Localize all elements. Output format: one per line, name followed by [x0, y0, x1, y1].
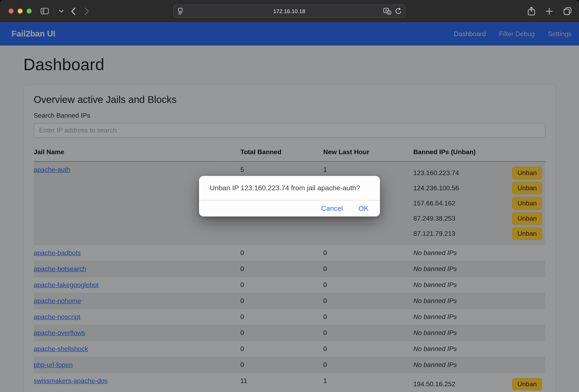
total-banned-value: 0	[240, 261, 323, 277]
banned-ip-address: 194.50.16.252	[413, 381, 455, 388]
banned-ip-row: 87.121.79.213 Unban	[413, 227, 542, 240]
address-bar[interactable]: 172.16.10.18 A文	[173, 4, 405, 18]
total-banned-value: 0	[240, 293, 323, 309]
banned-ip-row: 87.249.38.253 Unban	[413, 212, 542, 225]
banned-ip-address: 87.249.38.253	[413, 215, 455, 222]
banned-ips-cell: No banned IPs	[413, 261, 546, 277]
banned-ips-cell: No banned IPs	[413, 293, 546, 309]
navbar-links: Dashboard Filter Debug Settings	[454, 30, 572, 38]
banned-ips-cell: 123.160.223.74 Unban 124.236.100.56 Unba…	[413, 162, 546, 245]
banned-ips-cell: No banned IPs	[413, 277, 546, 293]
header-new-last-hour: New Last Hour	[323, 146, 413, 162]
total-banned-value: 11	[240, 373, 323, 392]
new-last-hour-value: 1	[323, 373, 413, 392]
banned-ip-row: 157.66.54.162 Unban	[413, 197, 542, 210]
total-banned-value: 0	[240, 309, 323, 325]
table-row: php-url-fopen 0 0 No banned IPs	[34, 357, 545, 373]
banned-ip-address: 87.121.79.213	[413, 230, 455, 237]
table-header-row: Jail Name Total Banned New Last Hour Ban…	[34, 146, 545, 162]
total-banned-value: 0	[240, 341, 323, 357]
banned-ip-address: 123.160.223.74	[413, 169, 459, 177]
nav-link-settings[interactable]: Settings	[548, 30, 572, 38]
translate-icon[interactable]: A文	[383, 7, 391, 14]
jail-name-link[interactable]: apache-noscript	[34, 313, 80, 320]
zoom-window-button[interactable]	[27, 9, 32, 13]
chevron-down-icon[interactable]	[59, 10, 64, 12]
no-banned-ips-text: No banned IPs	[413, 281, 457, 288]
nav-link-dashboard[interactable]: Dashboard	[454, 30, 486, 38]
share-icon[interactable]	[528, 6, 535, 16]
minimize-window-button[interactable]	[18, 9, 23, 13]
jails-overview-card: Overview active Jails and Blocks Search …	[23, 84, 556, 392]
search-input[interactable]	[34, 123, 545, 138]
no-banned-ips-text: No banned IPs	[413, 249, 457, 256]
toolbar-divider	[54, 7, 54, 15]
banned-ip-row: 123.160.223.74 Unban	[413, 167, 542, 179]
unban-button[interactable]: Unban	[512, 227, 542, 240]
banned-ips-cell: No banned IPs	[413, 245, 546, 261]
table-row: apache-nohome 0 0 No banned IPs	[34, 293, 545, 309]
unban-button[interactable]: Unban	[512, 197, 542, 210]
jail-name-link[interactable]: apache-botsearch	[34, 265, 86, 272]
confirm-dialog: Unban IP 123.160.223.74 from jail apache…	[199, 176, 380, 217]
banned-ips-cell: No banned IPs	[413, 309, 546, 325]
svg-text:文: 文	[388, 11, 390, 14]
unban-button[interactable]: Unban	[512, 167, 542, 179]
no-banned-ips-text: No banned IPs	[413, 329, 457, 336]
nav-link-filter-debug[interactable]: Filter Debug	[499, 30, 535, 38]
url-text[interactable]: 172.16.10.18	[174, 8, 405, 14]
no-banned-ips-text: No banned IPs	[413, 297, 457, 304]
unban-button[interactable]: Unban	[512, 212, 542, 225]
page-format-icon[interactable]	[178, 7, 183, 14]
jail-name-link[interactable]: apache-shellshock	[34, 345, 88, 352]
unban-button[interactable]: Unban	[512, 378, 542, 390]
banned-ip-row: 124.236.100.56 Unban	[413, 182, 542, 194]
new-last-hour-value: 0	[323, 293, 413, 309]
table-row: apache-fakegooglebot 0 0 No banned IPs	[34, 277, 545, 293]
jail-name-link[interactable]: apache-overflows	[34, 329, 85, 336]
jail-name-link[interactable]: php-url-fopen	[34, 361, 73, 368]
forward-button[interactable]	[84, 7, 89, 15]
page-content: Dashboard Overview active Jails and Bloc…	[0, 46, 579, 392]
page-title: Dashboard	[23, 55, 556, 74]
header-banned-ips: Banned IPs (Unban)	[413, 146, 546, 162]
tab-overview-icon[interactable]	[563, 7, 572, 15]
card-title: Overview active Jails and Blocks	[34, 94, 545, 105]
confirm-dialog-message: Unban IP 123.160.223.74 from jail apache…	[199, 176, 380, 200]
back-button[interactable]	[71, 7, 75, 15]
browser-toolbar: 172.16.10.18 A文	[0, 0, 579, 22]
header-total-banned: Total Banned	[240, 146, 323, 162]
traffic-lights	[9, 9, 32, 13]
sidebar-toggle-icon[interactable]	[41, 8, 49, 14]
jail-name-link[interactable]: apache-auth	[34, 166, 70, 173]
jail-name-link[interactable]: swissmakers-apache-dos	[34, 377, 108, 384]
banned-ip-address: 124.236.100.56	[413, 184, 459, 192]
search-label: Search Banned IPs	[34, 112, 545, 119]
new-last-hour-value: 0	[323, 261, 413, 277]
no-banned-ips-text: No banned IPs	[413, 265, 457, 272]
unban-button[interactable]: Unban	[512, 182, 542, 194]
jail-name-link[interactable]: apache-nohome	[34, 297, 81, 304]
banned-ip-row: 194.50.16.252 Unban	[413, 378, 542, 390]
header-jail-name: Jail Name	[34, 146, 240, 162]
new-last-hour-value: 0	[323, 325, 413, 341]
reload-icon[interactable]	[395, 7, 402, 14]
new-last-hour-value: 0	[323, 245, 413, 261]
close-window-button[interactable]	[9, 9, 13, 13]
new-tab-icon[interactable]	[546, 7, 553, 14]
no-banned-ips-text: No banned IPs	[413, 345, 457, 352]
no-banned-ips-text: No banned IPs	[413, 361, 457, 368]
new-last-hour-value: 0	[323, 357, 413, 373]
new-last-hour-value: 0	[323, 309, 413, 325]
table-row: apache-botsearch 0 0 No banned IPs	[34, 261, 545, 277]
jail-name-link[interactable]: apache-fakegooglebot	[34, 281, 99, 288]
table-row: apache-noscript 0 0 No banned IPs	[34, 309, 545, 325]
app-brand[interactable]: Fail2ban UI	[11, 29, 55, 39]
jail-name-link[interactable]: apache-badbots	[34, 249, 81, 256]
cancel-button[interactable]: Cancel	[321, 204, 343, 213]
table-row: swissmakers-apache-dos 11 1 194.50.16.25…	[34, 373, 545, 392]
table-row: apache-badbots 0 0 No banned IPs	[34, 245, 545, 261]
ok-button[interactable]: OK	[359, 204, 368, 213]
banned-ips-cell: 194.50.16.252 Unban	[413, 373, 546, 392]
new-last-hour-value: 0	[323, 341, 413, 357]
